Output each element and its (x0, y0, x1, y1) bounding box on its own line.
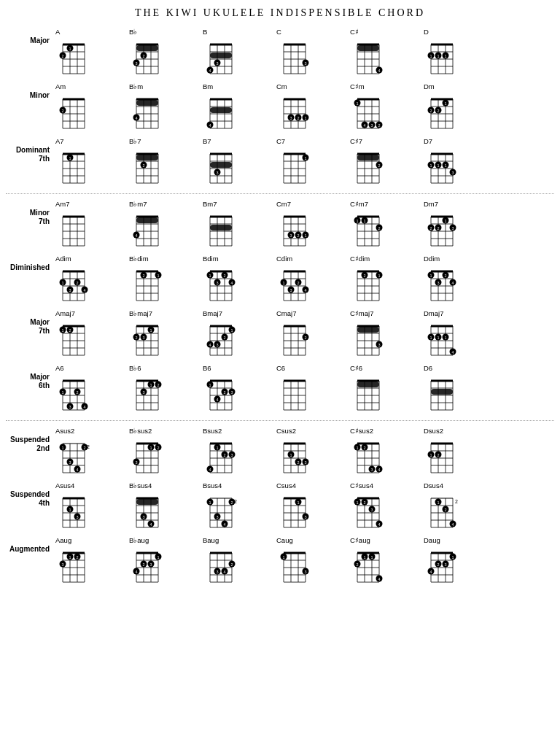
chord-name: Bmaj7 (203, 309, 222, 317)
svg-text:1: 1 (444, 219, 446, 223)
chord-name: Cm (276, 82, 287, 90)
svg-text:1: 1 (157, 274, 159, 278)
svg-text:1: 1 (444, 101, 446, 106)
svg-text:1: 1 (209, 383, 211, 387)
svg-text:1: 1 (363, 555, 365, 560)
svg-text:1: 1 (304, 116, 306, 120)
svg-text:1: 1 (149, 328, 152, 333)
chord-item: D111 (424, 28, 493, 78)
chord-name: B♭7 (129, 137, 141, 145)
svg-text:1: 1 (356, 101, 358, 106)
chord-item: A71 (55, 137, 125, 187)
chords-row: A61324B♭6312B61423C6C♯6D6 (55, 364, 554, 414)
svg-text:1: 1 (209, 500, 211, 505)
chord-diagram: 2 (55, 92, 96, 133)
chord-diagram: 21342 (55, 436, 96, 477)
svg-text:3: 3 (370, 468, 373, 472)
chord-diagram: 1432 (350, 92, 391, 133)
svg-text:2: 2 (356, 562, 358, 567)
chords-row: Asus221342B♭sus2312Bsus24123Csus2123C♯su… (55, 427, 554, 477)
chord-name: D6 (424, 364, 432, 372)
svg-rect-36 (210, 53, 232, 58)
chord-item: Bsus421342 (203, 481, 272, 532)
chord-item: A61324 (55, 364, 125, 414)
chord-diagram: 4 (129, 92, 170, 133)
chord-name: D (424, 28, 429, 36)
chord-name: Dm (424, 82, 435, 90)
svg-rect-61 (357, 45, 379, 51)
chord-name: Dmaj7 (424, 309, 443, 317)
chord-diagram: 13 (276, 491, 317, 532)
svg-text:2: 2 (223, 453, 225, 457)
svg-text:1: 1 (378, 274, 380, 278)
chord-item: Caug13 (276, 536, 346, 587)
chord-section: Major7thAmaj712B♭maj7231Bmaj74321Cmaj72C… (6, 309, 554, 360)
chord-name: Dsus2 (424, 427, 443, 435)
svg-text:3: 3 (142, 336, 144, 340)
chord-item: B73 (203, 137, 272, 187)
chord-name: B (203, 28, 207, 36)
chord-name: Asus2 (55, 427, 74, 435)
chord-diagram: 4231 (129, 546, 170, 587)
svg-rect-22 (136, 45, 158, 51)
svg-rect-570 (431, 389, 453, 395)
svg-text:4: 4 (135, 116, 137, 120)
chord-item: B♭32 (129, 28, 198, 78)
svg-text:2: 2 (69, 328, 71, 333)
chord-diagram: 32 (129, 37, 170, 78)
svg-text:1: 1 (304, 156, 306, 160)
chord-diagram: 12 (55, 319, 96, 360)
chord-diagram: 21 (55, 37, 96, 78)
svg-text:2: 2 (437, 109, 439, 113)
chord-name: Am (55, 82, 66, 90)
chord-section: Suspended2ndAsus221342B♭sus2312Bsus24123… (6, 427, 554, 477)
svg-text:1: 1 (429, 453, 432, 457)
section-label: Dominant7th (6, 137, 55, 163)
svg-text:2: 2 (378, 163, 380, 168)
svg-text:2: 2 (83, 446, 85, 450)
chord-item: Am2 (55, 82, 125, 133)
svg-text:3: 3 (69, 460, 71, 465)
chord-item: Bm7 (203, 200, 272, 250)
svg-text:1: 1 (444, 163, 446, 168)
chord-name: Amaj7 (55, 309, 75, 317)
svg-text:1: 1 (209, 274, 211, 278)
chord-diagram: 2114 (350, 546, 391, 587)
chord-item: Asus221342 (55, 427, 125, 477)
svg-text:1: 1 (216, 446, 218, 450)
svg-text:2: 2 (297, 233, 299, 238)
chord-name: C♯sus4 (350, 481, 373, 489)
svg-text:4: 4 (378, 577, 380, 581)
chord-item: Dm72213 (424, 200, 493, 250)
svg-text:2: 2 (223, 390, 225, 395)
svg-text:4: 4 (83, 405, 85, 409)
chord-name: Bm (203, 82, 213, 90)
svg-text:1: 1 (61, 281, 63, 285)
chords-row: Aaug312B♭aug4231Baug342Caug13C♯aug2114Da… (55, 536, 554, 587)
svg-text:4: 4 (76, 468, 78, 472)
chord-name: B♭m7 (129, 200, 147, 208)
svg-text:3: 3 (289, 288, 292, 293)
chord-item: B♭sus434 (129, 481, 198, 532)
svg-text:1: 1 (429, 336, 432, 340)
chord-diagram: 21342 (203, 491, 244, 532)
chord-name: B♭ (129, 28, 137, 36)
chord-diagram: 3 (350, 319, 391, 360)
svg-text:2: 2 (135, 336, 137, 340)
svg-text:2: 2 (76, 281, 78, 285)
chord-name: C (276, 28, 281, 36)
page-title: THE KIWI UKULELE INDISPENSIBLE CHORD (6, 7, 554, 19)
svg-rect-266 (210, 225, 232, 231)
svg-text:2: 2 (363, 446, 365, 450)
chord-item: Cm321 (276, 82, 346, 133)
chord-name: Bsus2 (203, 427, 222, 435)
svg-text:3: 3 (304, 570, 306, 574)
svg-text:2: 2 (142, 274, 144, 278)
svg-text:2: 2 (444, 274, 446, 278)
svg-text:2: 2 (61, 54, 63, 58)
svg-text:1: 1 (230, 328, 233, 333)
chord-name: Daug (424, 536, 440, 544)
svg-text:3: 3 (216, 515, 218, 519)
svg-rect-560 (357, 382, 379, 387)
svg-text:4: 4 (451, 350, 454, 355)
